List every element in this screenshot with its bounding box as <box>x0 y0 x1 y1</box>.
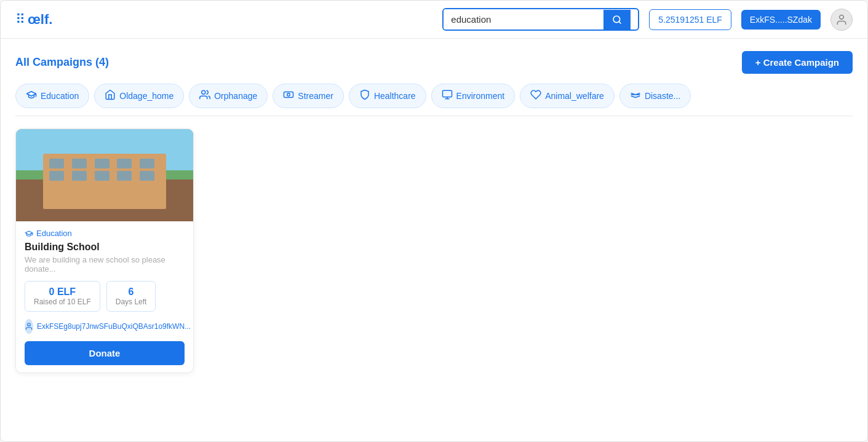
campaigns-title: All Campaigns (4) <box>15 56 109 69</box>
card-stats: 0 ELF Raised of 10 ELF 6 Days Left <box>25 281 185 312</box>
tab-disaster-label: Disaste... <box>645 91 680 101</box>
raised-stat: 0 ELF Raised of 10 ELF <box>25 281 100 312</box>
category-tabs: Education Oldage_home <box>15 84 853 116</box>
card-body: Education Building School We are buildin… <box>16 221 193 373</box>
disaster-icon <box>630 89 641 103</box>
card-category-label: Education <box>36 229 72 238</box>
svg-point-2 <box>840 15 844 19</box>
environment-icon <box>442 89 453 103</box>
donate-button[interactable]: Donate <box>25 341 185 365</box>
oldage-home-icon <box>105 89 116 103</box>
education-icon <box>26 89 37 103</box>
logo[interactable]: ⠿ œlf. <box>15 12 52 28</box>
user-icon <box>835 14 848 26</box>
cards-grid: Education Building School We are buildin… <box>15 128 853 373</box>
tab-streamer-label: Streamer <box>298 91 333 101</box>
search-input[interactable] <box>444 9 603 30</box>
svg-rect-5 <box>442 90 452 97</box>
tab-healthcare-label: Healthcare <box>374 91 416 101</box>
create-campaign-button[interactable]: + Create Campaign <box>742 51 853 74</box>
creator-address: ExkFSEg8upj7JnwSFuBuQxiQBAsr1o9fkWN... <box>37 322 191 331</box>
tab-animal-welfare-label: Animal_welfare <box>545 91 604 101</box>
campaigns-header: All Campaigns (4) + Create Campaign <box>15 51 853 74</box>
logo-text: œlf. <box>28 12 52 28</box>
tab-education-label: Education <box>41 91 79 101</box>
card-title: Building School <box>25 242 185 253</box>
search-bar <box>442 8 639 31</box>
tab-environment-label: Environment <box>456 91 505 101</box>
campaign-card: Education Building School We are buildin… <box>15 128 194 373</box>
tab-disaster[interactable]: Disaste... <box>619 84 691 108</box>
header: ⠿ œlf. 5.25191251 ELF ExkFS.....SZdak <box>1 1 867 39</box>
days-label: Days Left <box>116 298 147 306</box>
tab-education[interactable]: Education <box>15 84 89 108</box>
raised-label: Raised of 10 ELF <box>34 298 91 306</box>
creator-avatar-icon <box>25 319 33 334</box>
streamer-icon <box>283 89 294 103</box>
card-image <box>16 129 193 221</box>
card-creator: ExkFSEg8upj7JnwSFuBuQxiQBAsr1o9fkWN... <box>25 319 185 334</box>
svg-line-1 <box>619 22 621 23</box>
tab-healthcare[interactable]: Healthcare <box>349 84 426 108</box>
animal-welfare-icon <box>530 89 541 103</box>
avatar-button[interactable] <box>830 9 853 31</box>
orphanage-icon <box>199 89 210 103</box>
days-stat: 6 Days Left <box>106 281 156 312</box>
svg-rect-4 <box>284 92 293 98</box>
balance-badge: 5.25191251 ELF <box>649 9 731 30</box>
tab-environment[interactable]: Environment <box>431 84 516 108</box>
wallet-button[interactable]: ExkFS.....SZdak <box>741 10 821 30</box>
svg-point-6 <box>28 323 31 326</box>
main-content: All Campaigns (4) + Create Campaign Educ… <box>1 39 867 385</box>
card-description: We are building a new school so please d… <box>25 255 185 274</box>
tab-orphanage-label: Orphanage <box>214 91 257 101</box>
svg-point-3 <box>202 90 205 94</box>
healthcare-icon <box>359 89 370 103</box>
tab-oldage-home-label: Oldage_home <box>119 91 173 101</box>
tab-oldage-home[interactable]: Oldage_home <box>94 84 184 108</box>
raised-value: 0 ELF <box>34 286 91 298</box>
logo-dots-icon: ⠿ <box>15 12 24 28</box>
card-category: Education <box>25 229 185 238</box>
days-value: 6 <box>116 286 147 298</box>
card-education-icon <box>25 229 33 238</box>
search-icon <box>612 15 622 25</box>
search-button[interactable] <box>603 10 631 30</box>
tab-streamer[interactable]: Streamer <box>273 84 344 108</box>
tab-orphanage[interactable]: Orphanage <box>189 84 268 108</box>
tab-animal-welfare[interactable]: Animal_welfare <box>520 84 615 108</box>
